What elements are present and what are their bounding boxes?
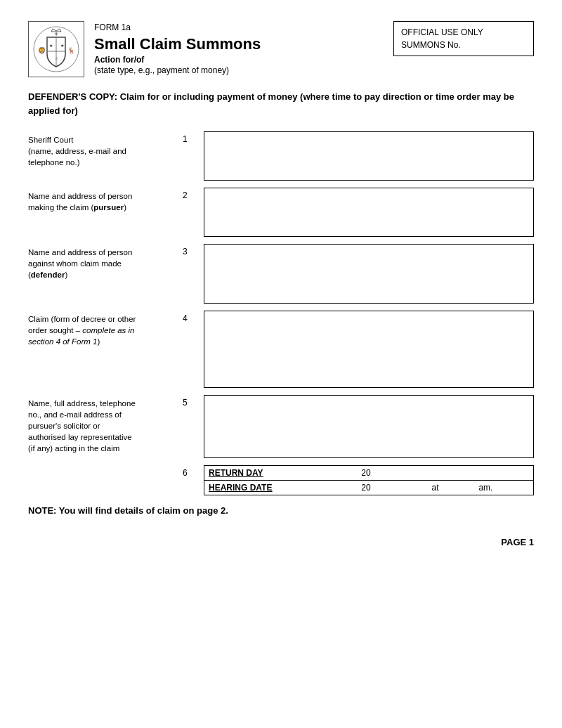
row-4-label: Claim (form of decree or other order sou… — [28, 311, 183, 347]
row-4-number: 4 — [183, 311, 204, 323]
row-3-box[interactable] — [204, 244, 534, 304]
hearing-date-at: at — [428, 481, 475, 495]
svg-text:★: ★ — [49, 44, 53, 48]
header-section: ⚜ 🦁 🦌 ★ ★ ☆ FORM 1a Small Claim Summons … — [28, 21, 534, 77]
row-4-box[interactable] — [204, 311, 534, 388]
section-6: 6 RETURN DAY 20 HEARING DATE 20 at am. — [28, 465, 534, 495]
form-row-4: Claim (form of decree or other order sou… — [28, 311, 534, 388]
svg-text:🦁: 🦁 — [38, 46, 46, 55]
header-title-block: FORM 1a Small Claim Summons Action for/o… — [94, 21, 261, 75]
return-day-at — [428, 466, 475, 481]
hearing-date-am: am. — [474, 481, 533, 495]
form-rows: Sheriff Court (name, address, e-mail and… — [28, 131, 534, 495]
hearing-date-year: 20 — [357, 481, 427, 495]
page-number: PAGE 1 — [28, 537, 534, 547]
row-5-label: Name, full address, telephone no., and e… — [28, 395, 183, 454]
svg-text:🦌: 🦌 — [67, 46, 76, 55]
section-6-content: RETURN DAY 20 HEARING DATE 20 at am. — [204, 465, 534, 495]
form-row-3: Name and address of person against whom … — [28, 244, 534, 304]
section-6-number: 6 — [183, 465, 204, 478]
date-table: RETURN DAY 20 HEARING DATE 20 at am. — [204, 466, 533, 495]
row-2-label: Name and address of person making the cl… — [28, 188, 183, 213]
main-title: Small Claim Summons — [94, 35, 261, 53]
form-row-1: Sheriff Court (name, address, e-mail and… — [28, 131, 534, 181]
form-label: FORM 1a — [94, 22, 261, 32]
hearing-date-row: HEARING DATE 20 at am. — [204, 481, 533, 495]
row-5-number: 5 — [183, 395, 204, 408]
official-line1: OFFICIAL USE ONLY — [401, 27, 483, 37]
header-left: ⚜ 🦁 🦌 ★ ★ ☆ FORM 1a Small Claim Summons … — [28, 21, 261, 77]
row-1-label: Sheriff Court (name, address, e-mail and… — [28, 131, 183, 168]
row-1-box[interactable] — [204, 131, 534, 181]
return-day-row: RETURN DAY 20 — [204, 466, 533, 481]
action-description: (state type, e.g., payment of money) — [94, 65, 261, 75]
hearing-date-label: HEARING DATE — [204, 481, 357, 495]
defender-notice: DEFENDER'S COPY: Claim for or including … — [28, 90, 534, 117]
row-2-number: 2 — [183, 188, 204, 200]
note-text: NOTE: You will find details of claim on … — [28, 505, 534, 516]
coat-of-arms-image: ⚜ 🦁 🦌 ★ ★ ☆ — [28, 21, 84, 77]
svg-text:☆: ☆ — [55, 56, 58, 60]
row-2-box[interactable] — [204, 188, 534, 237]
row-3-label: Name and address of person against whom … — [28, 244, 183, 280]
form-row-2: Name and address of person making the cl… — [28, 188, 534, 237]
form-row-5: Name, full address, telephone no., and e… — [28, 395, 534, 458]
official-line2: SUMMONS No. — [401, 40, 461, 50]
return-day-am — [474, 466, 533, 481]
return-day-year: 20 — [357, 466, 427, 481]
row-3-number: 3 — [183, 244, 204, 256]
action-forofof-label: Action for/of — [94, 55, 261, 65]
svg-text:⚜: ⚜ — [54, 32, 58, 37]
row-1-number: 1 — [183, 131, 204, 144]
official-use-box: OFFICIAL USE ONLY SUMMONS No. — [393, 21, 534, 56]
svg-text:★: ★ — [60, 44, 64, 48]
return-day-label: RETURN DAY — [204, 466, 357, 481]
row-5-box[interactable] — [204, 395, 534, 458]
